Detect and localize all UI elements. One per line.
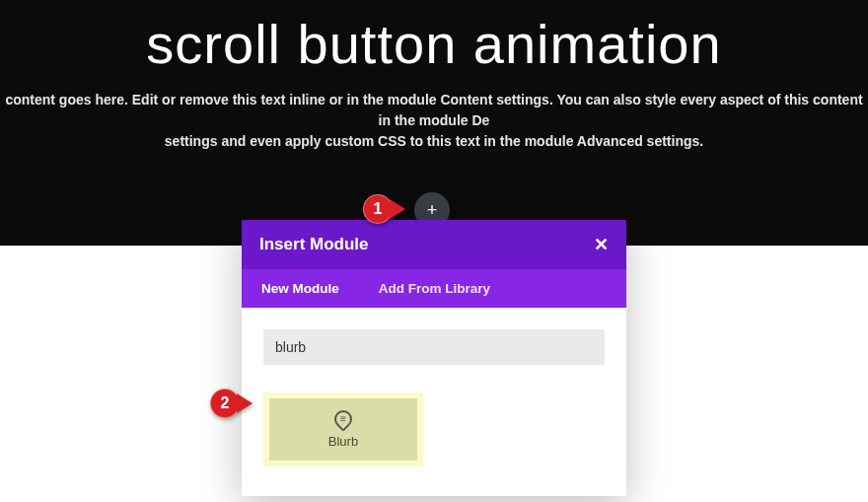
insert-module-modal: Insert Module ✕ New Module Add From Libr… <box>242 220 626 496</box>
close-icon[interactable]: ✕ <box>594 234 609 255</box>
modal-tabs: New Module Add From Library <box>242 269 626 308</box>
modal-body: Blurb <box>242 308 626 496</box>
hero-subtitle[interactable]: content goes here. Edit or remove this t… <box>0 76 868 152</box>
modal-title: Insert Module <box>259 235 369 254</box>
hero-subtitle-line2: settings and even apply custom CSS to th… <box>0 131 868 152</box>
tab-add-from-library[interactable]: Add From Library <box>359 269 510 308</box>
module-blurb-label: Blurb <box>277 434 409 449</box>
module-search-input[interactable] <box>263 329 605 365</box>
modal-header: Insert Module ✕ <box>242 220 626 269</box>
page-title: scroll button animation <box>0 0 868 76</box>
annotation-marker-2: 2 <box>210 389 240 418</box>
annotation-marker-1: 1 <box>363 194 393 224</box>
hero-subtitle-line1: content goes here. Edit or remove this t… <box>0 90 868 131</box>
search-result-highlight: Blurb <box>263 393 423 466</box>
module-blurb[interactable]: Blurb <box>269 398 417 461</box>
plus-icon: + <box>427 201 438 219</box>
blurb-icon <box>330 406 355 431</box>
annotation-marker-1-label: 1 <box>363 194 393 224</box>
tab-new-module[interactable]: New Module <box>242 269 359 308</box>
annotation-marker-2-label: 2 <box>210 389 240 418</box>
